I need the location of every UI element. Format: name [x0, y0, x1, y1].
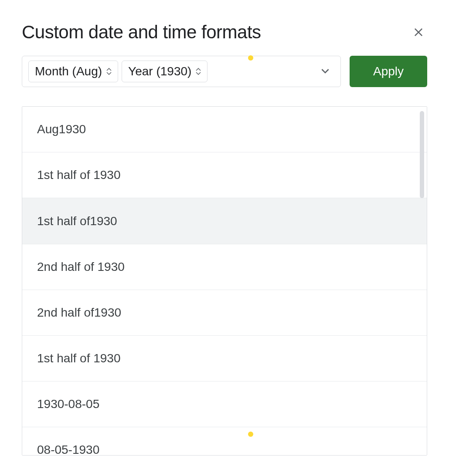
format-input-box[interactable]: Month (Aug) Year (1930) [22, 56, 341, 87]
format-list-scroll[interactable]: Aug1930 1st half of 1930 1st half of1930… [22, 107, 427, 455]
format-list-item[interactable]: 08-05-1930 [22, 427, 427, 455]
close-icon [412, 26, 425, 38]
format-list-item[interactable]: 1st half of1930 [22, 198, 427, 244]
format-list-item[interactable]: 1st half of 1930 [22, 336, 427, 381]
format-list-item[interactable]: 1st half of 1930 [22, 152, 427, 198]
format-list-container: Aug1930 1st half of 1930 1st half of1930… [22, 106, 427, 456]
format-dropdown-button[interactable] [317, 63, 333, 81]
chip-month-label: Month (Aug) [35, 64, 102, 78]
format-list-item[interactable]: 1930-08-05 [22, 381, 427, 427]
chip-stepper-icon [106, 68, 112, 75]
apply-button[interactable]: Apply [350, 56, 427, 87]
format-list-item[interactable]: 2nd half of 1930 [22, 244, 427, 290]
format-list-item[interactable]: Aug1930 [22, 107, 427, 152]
controls-row: Month (Aug) Year (1930) Apply [22, 56, 427, 87]
format-list-item[interactable]: 2nd half of1930 [22, 290, 427, 336]
dialog-header: Custom date and time formats [22, 22, 427, 43]
dialog-title: Custom date and time formats [22, 22, 261, 43]
chip-year-label: Year (1930) [128, 64, 191, 78]
cursor-indicator-dot [248, 55, 253, 61]
custom-date-format-dialog: Custom date and time formats Month (Aug)… [0, 0, 449, 476]
chip-month[interactable]: Month (Aug) [28, 61, 118, 82]
scrollbar-thumb[interactable] [420, 111, 424, 198]
cursor-indicator-dot [248, 432, 253, 437]
chevron-down-icon [320, 65, 331, 77]
chip-year[interactable]: Year (1930) [122, 61, 207, 82]
close-button[interactable] [410, 24, 427, 41]
chip-stepper-icon [196, 68, 201, 75]
